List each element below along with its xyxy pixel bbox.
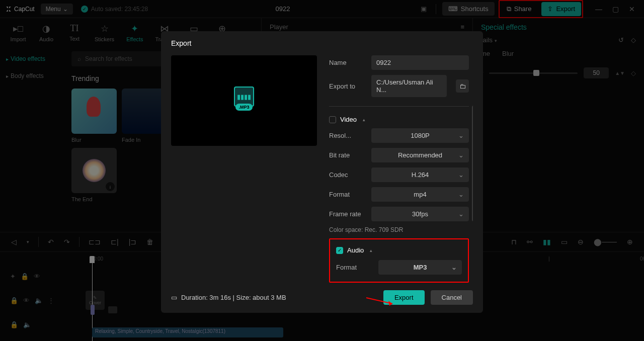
form-scrollbar[interactable] <box>472 106 473 221</box>
exportto-input[interactable]: C:/Users/Usman Ali N... <box>371 75 447 97</box>
row-audio-format: Format MP3 <box>336 260 462 275</box>
chevron-up-icon[interactable]: ▴ <box>363 117 365 122</box>
resolution-select[interactable]: 1080P <box>371 128 469 143</box>
modal-footer: ▭ Duration: 3m 16s | Size: about 3 MB Ex… <box>171 290 473 305</box>
row-resolution: Resol...1080P <box>329 128 469 143</box>
audio-section-head[interactable]: ✓ Audio ▴ <box>336 246 462 254</box>
chevron-up-icon[interactable]: ▴ <box>370 248 372 253</box>
audio-checkbox[interactable]: ✓ <box>336 247 343 254</box>
video-section-head[interactable]: Video ▴ <box>329 116 469 123</box>
export-info: ▭ Duration: 3m 16s | Size: about 3 MB <box>171 294 377 301</box>
name-input[interactable]: 0922 <box>371 55 469 70</box>
folder-button[interactable]: 🗀 <box>456 79 469 93</box>
modal-title: Export <box>171 39 473 47</box>
mp3-icon: ▮▮▮▮ .MP3 <box>232 87 256 115</box>
codec-select[interactable]: H.264 <box>371 167 469 182</box>
row-codec: CodecH.264 <box>329 167 469 182</box>
row-framerate: Frame rate30fps <box>329 207 469 221</box>
row-name: Name 0922 <box>329 55 469 70</box>
audio-section-highlight: ✓ Audio ▴ Format MP3 <box>329 238 469 283</box>
cancel-button[interactable]: Cancel <box>431 290 473 305</box>
audio-format-select[interactable]: MP3 <box>378 260 462 275</box>
bitrate-select[interactable]: Recommended <box>371 148 469 162</box>
row-format: Formatmp4 <box>329 187 469 202</box>
row-bitrate: Bit rateRecommended <box>329 148 469 162</box>
film-icon: ▭ <box>171 294 177 301</box>
row-exportto: Export to C:/Users/Usman Ali N... 🗀 <box>329 75 469 97</box>
folder-icon: 🗀 <box>459 82 466 90</box>
format-select[interactable]: mp4 <box>371 187 469 202</box>
video-checkbox[interactable] <box>329 116 336 123</box>
framerate-select[interactable]: 30fps <box>371 207 469 221</box>
export-modal: Export ▮▮▮▮ .MP3 Name 0922 Export to C:/… <box>161 31 483 313</box>
modal-body: ▮▮▮▮ .MP3 Name 0922 Export to C:/Users/U… <box>171 55 473 284</box>
annotation-arrow <box>364 296 399 307</box>
colorspace-info: Color space: Rec. 709 SDR <box>329 226 469 233</box>
export-form: Name 0922 Export to C:/Users/Usman Ali N… <box>329 55 473 284</box>
svg-line-0 <box>366 298 392 304</box>
export-preview: ▮▮▮▮ .MP3 <box>171 55 317 146</box>
